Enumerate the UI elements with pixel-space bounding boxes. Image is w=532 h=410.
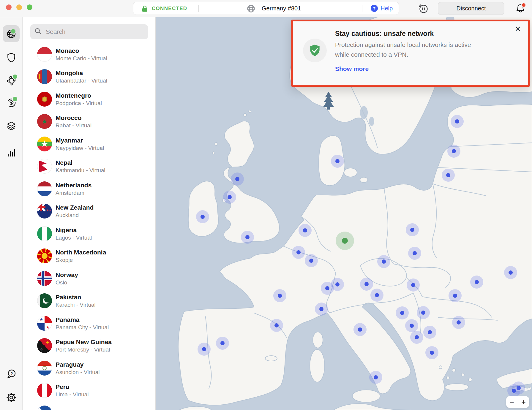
show-more-link[interactable]: Show more — [335, 65, 369, 72]
country-row[interactable]: NetherlandsAmsterdam — [22, 178, 155, 200]
server-pin[interactable] — [396, 306, 409, 319]
server-list-panel: MonacoMonte Carlo - VirtualMongoliaUlaan… — [22, 17, 156, 410]
server-pin[interactable] — [216, 337, 229, 350]
country-location: Auckland — [56, 211, 94, 219]
close-icon[interactable]: ✕ — [513, 24, 523, 34]
country-row[interactable]: ParaguayAsuncion - Virtual — [22, 357, 155, 379]
country-row[interactable]: Philippines — [22, 402, 155, 410]
server-pin[interactable] — [423, 326, 436, 339]
server-pin[interactable] — [377, 255, 390, 268]
server-pin[interactable] — [369, 371, 382, 384]
country-row[interactable]: MongoliaUlaanbaatar - Virtual — [22, 66, 155, 88]
search-field[interactable] — [30, 24, 148, 39]
server-pin[interactable] — [452, 316, 465, 329]
country-location: Lagos - Virtual — [56, 234, 92, 241]
server-pin[interactable] — [331, 278, 344, 291]
land-corsica — [313, 332, 323, 348]
pause-connection-button[interactable] — [417, 2, 429, 14]
server-pin[interactable] — [273, 289, 286, 302]
server-pin[interactable] — [270, 319, 283, 332]
country-row[interactable]: PakistanKarachi - Virtual — [22, 290, 155, 312]
server-pin[interactable] — [451, 115, 464, 128]
country-row[interactable]: NorwayOslo — [22, 267, 155, 290]
sidebar-item-specialty-servers[interactable] — [0, 72, 22, 89]
country-location: Skopje — [56, 256, 106, 264]
country-row[interactable]: PeruLima - Virtual — [22, 379, 155, 402]
server-pin[interactable] — [353, 323, 367, 336]
zoom-in-button[interactable]: + — [518, 396, 529, 408]
country-row[interactable]: Papua New GuineaPort Moresby - Virtual — [22, 335, 155, 357]
country-row[interactable]: NigeriaLagos - Virtual — [22, 222, 155, 245]
connected-location-pin[interactable] — [336, 232, 354, 250]
server-pin[interactable] — [449, 289, 462, 302]
sidebar-item-security[interactable] — [0, 49, 22, 66]
country-row[interactable]: MonacoMonte Carlo - Virtual — [22, 43, 155, 66]
server-pin[interactable] — [410, 331, 423, 344]
country-row[interactable]: North MacedoniaSkopje — [22, 245, 155, 267]
map-area[interactable]: Stay cautious: unsafe network Protection… — [155, 17, 532, 410]
country-location: Oslo — [56, 279, 78, 286]
server-pin[interactable] — [305, 254, 318, 267]
server-pin[interactable] — [360, 278, 373, 291]
server-pin[interactable] — [504, 266, 517, 279]
country-location: Naypyidaw - Virtual — [56, 144, 104, 152]
server-pin[interactable] — [315, 303, 328, 316]
search-input[interactable] — [45, 28, 141, 36]
help-icon: ? — [371, 5, 378, 12]
server-pin[interactable] — [198, 343, 211, 356]
country-row[interactable]: PanamaPanama City - Virtual — [22, 312, 155, 335]
myanmar-flag-icon — [37, 137, 52, 151]
connected-server-label: Germany #801 — [262, 5, 301, 12]
server-pin[interactable] — [299, 224, 312, 237]
server-pin[interactable] — [406, 223, 419, 236]
server-pin[interactable] — [408, 247, 421, 260]
countries-globe-icon — [6, 29, 17, 39]
sidebar-item-threat-protection[interactable] — [0, 94, 22, 111]
country-location: Monte Carlo - Virtual — [56, 55, 107, 62]
server-pin[interactable] — [231, 172, 244, 186]
country-row[interactable]: New ZealandAuckland — [22, 200, 155, 223]
specialty-servers-icon — [6, 75, 17, 86]
server-pin[interactable] — [405, 319, 418, 332]
zoom-out-button[interactable]: − — [506, 396, 518, 408]
land-crete — [445, 384, 469, 391]
country-name: North Macedonia — [56, 248, 106, 256]
country-row[interactable]: MoroccoRabat - Virtual — [22, 110, 155, 133]
window-zoom-button[interactable] — [27, 4, 32, 10]
server-pin[interactable] — [241, 231, 254, 244]
server-pin[interactable] — [425, 346, 438, 359]
threat-protection-icon — [6, 97, 17, 108]
disconnect-button[interactable]: Disconnect — [438, 2, 504, 15]
help-button[interactable]: ? Help — [371, 5, 393, 12]
server-pin[interactable] — [370, 289, 383, 302]
server-pin[interactable] — [417, 306, 430, 319]
country-row[interactable]: MyanmarNaypyidaw - Virtual — [22, 133, 155, 155]
map-zoom-control: − + — [506, 396, 529, 408]
server-pin[interactable] — [442, 169, 455, 182]
sidebar-item-support[interactable]: ? — [0, 365, 22, 382]
server-pin[interactable] — [470, 276, 483, 289]
server-pin[interactable] — [292, 246, 305, 259]
server-pin[interactable] — [407, 278, 420, 292]
server-pin[interactable] — [447, 145, 460, 158]
country-row[interactable]: NepalKathmandu - Virtual — [22, 155, 155, 178]
server-pin[interactable] — [196, 210, 209, 223]
server-pin[interactable] — [331, 155, 344, 168]
country-list: MonacoMonte Carlo - VirtualMongoliaUlaan… — [22, 43, 155, 410]
sidebar-item-settings[interactable] — [0, 389, 22, 406]
window-minimize-button[interactable] — [16, 4, 22, 10]
sidebar-item-multi-layer[interactable] — [0, 117, 22, 134]
country-row[interactable]: MontenegroPodgorica - Virtual — [22, 88, 155, 110]
window-close-button[interactable] — [6, 4, 12, 10]
country-name: New Zealand — [56, 203, 94, 211]
netherlands-flag-icon — [37, 181, 52, 196]
sidebar-item-statistics[interactable] — [0, 144, 22, 161]
server-pin[interactable] — [507, 384, 520, 397]
notification-body: Protection against unsafe local networks… — [335, 40, 484, 59]
server-pin[interactable] — [223, 191, 236, 204]
sidebar-item-countries[interactable] — [3, 25, 20, 42]
country-location: Kathmandu - Virtual — [56, 167, 105, 174]
country-location: Amsterdam — [56, 189, 91, 197]
specialty-status-badge — [12, 74, 18, 80]
notifications-button[interactable] — [514, 2, 527, 15]
